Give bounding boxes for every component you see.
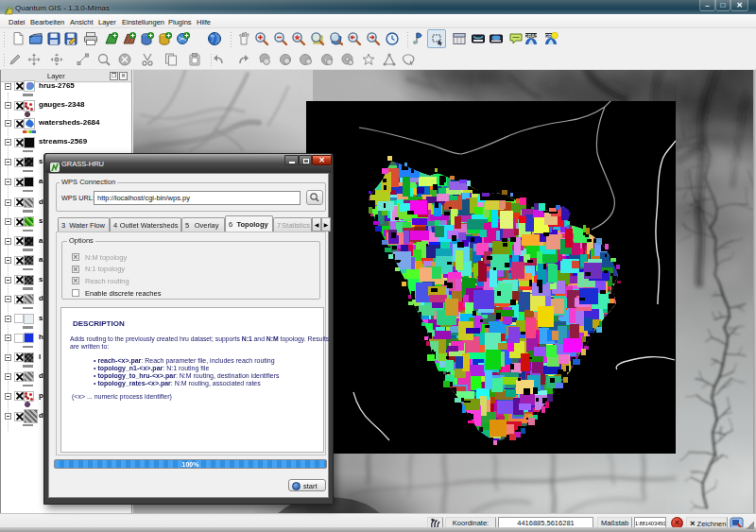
svg-text:GRAS: GRAS <box>524 33 539 39</box>
